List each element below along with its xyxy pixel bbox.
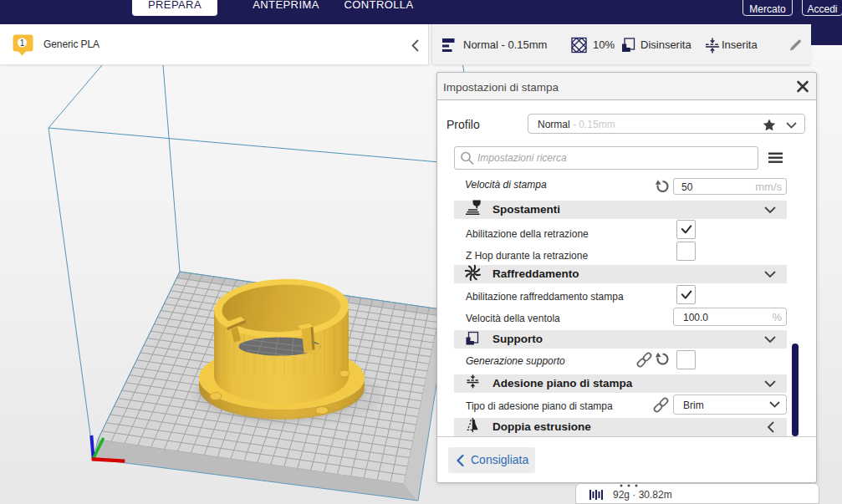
svg-text:1: 1 (20, 38, 25, 48)
